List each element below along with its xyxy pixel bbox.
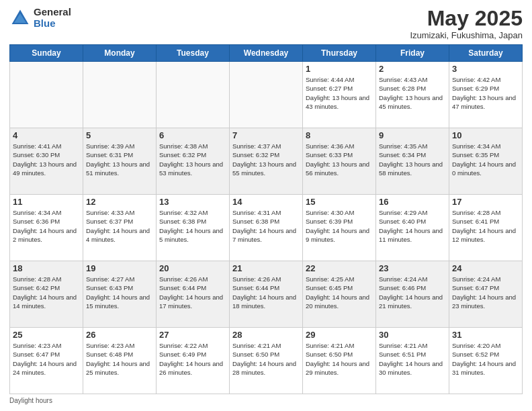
table-row: 14Sunrise: 4:31 AM Sunset: 6:38 PM Dayli… — [230, 195, 303, 261]
day-info: Sunrise: 4:21 AM Sunset: 6:50 PM Dayligh… — [306, 341, 373, 377]
table-row: 24Sunrise: 4:24 AM Sunset: 6:47 PM Dayli… — [449, 261, 523, 328]
table-row: 23Sunrise: 4:24 AM Sunset: 6:46 PM Dayli… — [376, 261, 449, 328]
table-row: 21Sunrise: 4:26 AM Sunset: 6:44 PM Dayli… — [230, 261, 303, 328]
day-info: Sunrise: 4:29 AM Sunset: 6:40 PM Dayligh… — [379, 208, 446, 244]
table-row — [10, 62, 83, 128]
table-row: 7Sunrise: 4:37 AM Sunset: 6:32 PM Daylig… — [230, 128, 303, 195]
day-info: Sunrise: 4:33 AM Sunset: 6:37 PM Dayligh… — [86, 208, 153, 244]
day-info: Sunrise: 4:24 AM Sunset: 6:47 PM Dayligh… — [452, 275, 519, 310]
col-wednesday: Wednesday — [230, 45, 303, 62]
day-number: 23 — [379, 263, 446, 273]
table-row: 25Sunrise: 4:23 AM Sunset: 6:47 PM Dayli… — [10, 328, 83, 394]
day-info: Sunrise: 4:38 AM Sunset: 6:32 PM Dayligh… — [159, 142, 226, 177]
table-row: 30Sunrise: 4:21 AM Sunset: 6:51 PM Dayli… — [376, 328, 449, 394]
day-info: Sunrise: 4:32 AM Sunset: 6:38 PM Dayligh… — [159, 208, 226, 244]
table-row: 27Sunrise: 4:22 AM Sunset: 6:49 PM Dayli… — [157, 328, 230, 394]
day-number: 27 — [159, 330, 226, 340]
day-number: 20 — [159, 263, 226, 273]
table-row: 10Sunrise: 4:34 AM Sunset: 6:35 PM Dayli… — [449, 128, 523, 195]
calendar-week-row: 18Sunrise: 4:28 AM Sunset: 6:42 PM Dayli… — [10, 261, 523, 328]
table-row: 6Sunrise: 4:38 AM Sunset: 6:32 PM Daylig… — [157, 128, 230, 195]
day-info: Sunrise: 4:31 AM Sunset: 6:38 PM Dayligh… — [232, 208, 300, 244]
day-info: Sunrise: 4:30 AM Sunset: 6:39 PM Dayligh… — [306, 208, 373, 244]
table-row: 11Sunrise: 4:34 AM Sunset: 6:36 PM Dayli… — [10, 195, 83, 261]
day-info: Sunrise: 4:41 AM Sunset: 6:30 PM Dayligh… — [13, 142, 80, 177]
table-row — [157, 62, 230, 128]
table-row: 4Sunrise: 4:41 AM Sunset: 6:30 PM Daylig… — [10, 128, 83, 195]
day-number: 8 — [306, 130, 373, 140]
table-row: 9Sunrise: 4:35 AM Sunset: 6:34 PM Daylig… — [376, 128, 449, 195]
calendar-table: Sunday Monday Tuesday Wednesday Thursday… — [9, 44, 523, 394]
logo-general-text: General — [34, 7, 71, 18]
calendar-week-row: 1Sunrise: 4:44 AM Sunset: 6:27 PM Daylig… — [10, 62, 523, 128]
day-number: 25 — [13, 330, 80, 340]
logo-blue-text: Blue — [34, 18, 71, 30]
day-info: Sunrise: 4:36 AM Sunset: 6:33 PM Dayligh… — [306, 142, 373, 177]
col-tuesday: Tuesday — [157, 45, 230, 62]
header: General Blue May 2025 Izumizaki, Fukushi… — [9, 7, 523, 40]
day-number: 2 — [379, 64, 446, 74]
day-info: Sunrise: 4:26 AM Sunset: 6:44 PM Dayligh… — [159, 275, 226, 310]
day-number: 26 — [86, 330, 153, 340]
table-row: 17Sunrise: 4:28 AM Sunset: 6:41 PM Dayli… — [449, 195, 523, 261]
day-info: Sunrise: 4:25 AM Sunset: 6:45 PM Dayligh… — [306, 275, 373, 310]
month-title: May 2025 — [410, 7, 523, 30]
col-saturday: Saturday — [449, 45, 523, 62]
day-number: 5 — [86, 130, 153, 140]
day-number: 10 — [452, 130, 519, 140]
day-number: 6 — [159, 130, 226, 140]
footer-note: Daylight hours — [9, 397, 523, 404]
day-number: 17 — [452, 197, 519, 207]
day-number: 19 — [86, 263, 153, 273]
day-number: 7 — [232, 130, 300, 140]
day-info: Sunrise: 4:24 AM Sunset: 6:46 PM Dayligh… — [379, 275, 446, 310]
calendar-week-row: 4Sunrise: 4:41 AM Sunset: 6:30 PM Daylig… — [10, 128, 523, 195]
calendar-week-row: 11Sunrise: 4:34 AM Sunset: 6:36 PM Dayli… — [10, 195, 523, 261]
location: Izumizaki, Fukushima, Japan — [410, 30, 523, 40]
table-row: 2Sunrise: 4:43 AM Sunset: 6:28 PM Daylig… — [376, 62, 449, 128]
day-info: Sunrise: 4:22 AM Sunset: 6:49 PM Dayligh… — [159, 341, 226, 377]
day-info: Sunrise: 4:34 AM Sunset: 6:36 PM Dayligh… — [13, 208, 80, 244]
day-number: 11 — [13, 197, 80, 207]
logo: General Blue — [9, 7, 71, 29]
day-number: 14 — [232, 197, 300, 207]
day-number: 13 — [159, 197, 226, 207]
day-info: Sunrise: 4:28 AM Sunset: 6:42 PM Dayligh… — [13, 275, 80, 310]
day-info: Sunrise: 4:28 AM Sunset: 6:41 PM Dayligh… — [452, 208, 519, 244]
day-number: 12 — [86, 197, 153, 207]
table-row: 3Sunrise: 4:42 AM Sunset: 6:29 PM Daylig… — [449, 62, 523, 128]
day-number: 31 — [452, 330, 519, 340]
logo-icon — [9, 7, 31, 29]
calendar-week-row: 25Sunrise: 4:23 AM Sunset: 6:47 PM Dayli… — [10, 328, 523, 394]
col-monday: Monday — [83, 45, 157, 62]
table-row: 12Sunrise: 4:33 AM Sunset: 6:37 PM Dayli… — [83, 195, 157, 261]
calendar-header-row: Sunday Monday Tuesday Wednesday Thursday… — [10, 45, 523, 62]
day-info: Sunrise: 4:35 AM Sunset: 6:34 PM Dayligh… — [379, 142, 446, 177]
day-info: Sunrise: 4:26 AM Sunset: 6:44 PM Dayligh… — [232, 275, 300, 310]
col-sunday: Sunday — [10, 45, 83, 62]
day-number: 21 — [232, 263, 300, 273]
day-info: Sunrise: 4:21 AM Sunset: 6:51 PM Dayligh… — [379, 341, 446, 377]
day-info: Sunrise: 4:39 AM Sunset: 6:31 PM Dayligh… — [86, 142, 153, 177]
day-number: 30 — [379, 330, 446, 340]
day-info: Sunrise: 4:23 AM Sunset: 6:48 PM Dayligh… — [86, 341, 153, 377]
table-row: 22Sunrise: 4:25 AM Sunset: 6:45 PM Dayli… — [303, 261, 376, 328]
logo-text: General Blue — [34, 7, 71, 29]
table-row: 1Sunrise: 4:44 AM Sunset: 6:27 PM Daylig… — [303, 62, 376, 128]
table-row: 5Sunrise: 4:39 AM Sunset: 6:31 PM Daylig… — [83, 128, 157, 195]
day-info: Sunrise: 4:43 AM Sunset: 6:28 PM Dayligh… — [379, 75, 446, 111]
day-info: Sunrise: 4:34 AM Sunset: 6:35 PM Dayligh… — [452, 142, 519, 177]
day-info: Sunrise: 4:27 AM Sunset: 6:43 PM Dayligh… — [86, 275, 153, 310]
day-info: Sunrise: 4:37 AM Sunset: 6:32 PM Dayligh… — [232, 142, 300, 177]
col-friday: Friday — [376, 45, 449, 62]
day-number: 24 — [452, 263, 519, 273]
table-row: 28Sunrise: 4:21 AM Sunset: 6:50 PM Dayli… — [230, 328, 303, 394]
table-row: 18Sunrise: 4:28 AM Sunset: 6:42 PM Dayli… — [10, 261, 83, 328]
day-info: Sunrise: 4:20 AM Sunset: 6:52 PM Dayligh… — [452, 341, 519, 377]
day-info: Sunrise: 4:42 AM Sunset: 6:29 PM Dayligh… — [452, 75, 519, 111]
table-row: 26Sunrise: 4:23 AM Sunset: 6:48 PM Dayli… — [83, 328, 157, 394]
day-number: 28 — [232, 330, 300, 340]
table-row: 20Sunrise: 4:26 AM Sunset: 6:44 PM Dayli… — [157, 261, 230, 328]
day-number: 4 — [13, 130, 80, 140]
table-row — [83, 62, 157, 128]
